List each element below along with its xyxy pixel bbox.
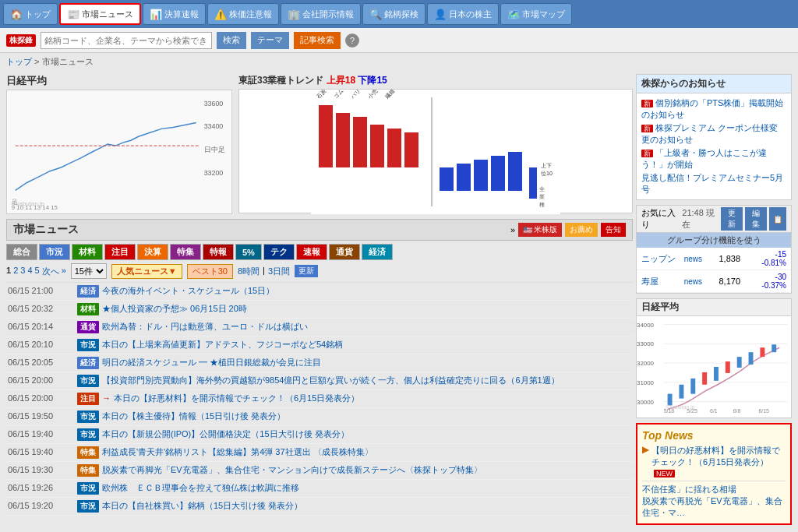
article-search-button[interactable]: 記事検索 <box>294 32 341 49</box>
count-select[interactable]: 15件 30件 50件 <box>71 263 107 279</box>
info-link-2[interactable]: 新株探プレミアム クーポン仕様変更のお知らせ <box>641 122 786 146</box>
news-item: 06/15 20:14 通貨 欧州為替：ドル・円は動意薄、ユーロ・ドルは横ばい <box>6 319 633 336</box>
nav-market-news[interactable]: 📰 市場ニュース <box>59 3 141 25</box>
page-5[interactable]: 5 <box>35 266 40 277</box>
us-market-btn[interactable]: 🇺🇸 米株版 <box>518 223 562 237</box>
news-link[interactable]: 本日の【新規公開(IPO)】公開価格決定（15日大引け後 発表分） <box>102 428 631 440</box>
trend-section: 東証33業種トレンド 上昇18 下降15 <box>238 74 633 214</box>
news-link[interactable]: 本日の【株主優待】情報（15日引け後 発表分） <box>102 410 631 422</box>
cat-all[interactable]: 総合 <box>6 244 37 260</box>
page-2[interactable]: 2 <box>13 266 18 277</box>
svg-rect-11 <box>336 113 350 167</box>
news-date: 06/15 20:32 <box>8 304 74 313</box>
nav-company-info[interactable]: 🏢 会社開示情報 <box>281 3 361 25</box>
svg-rect-10 <box>319 105 333 167</box>
cat-special[interactable]: 特集 <box>170 244 201 260</box>
svg-rect-51 <box>749 352 754 365</box>
svg-text:業: 業 <box>539 194 545 199</box>
popular-news-btn[interactable]: 人気ニュース▼ <box>111 264 182 279</box>
cat-5pct[interactable]: 5% <box>235 244 262 260</box>
news-date: 06/15 19:20 <box>8 501 74 510</box>
news-link[interactable]: 脱炭素で再脚光「EV充電器」、集合住宅・マンション向けで成長新ステージへ〈株探ト… <box>102 464 631 476</box>
svg-text:33400: 33400 <box>204 122 224 130</box>
page-next[interactable]: 次へ <box>42 266 59 277</box>
cat-settlement[interactable]: 決算 <box>137 244 168 260</box>
nav-top[interactable]: 🏠 トップ <box>3 3 58 25</box>
best30-btn[interactable]: ベスト30 <box>187 264 233 279</box>
news-link[interactable]: 利益成長'青天井'銘柄リスト【総集編】第4弾 37社選出 〈成長株特集〉 <box>102 446 631 458</box>
page-1[interactable]: 1 <box>6 266 11 277</box>
watchlist-news-1[interactable]: news <box>684 255 702 263</box>
info-link-4[interactable]: 見逃し配信！プレミアムセミナー5月号 <box>641 171 786 196</box>
news-icon: 📰 <box>67 9 79 20</box>
nav-market-map[interactable]: 🗺️ 市場マップ <box>500 3 572 25</box>
page-3[interactable]: 3 <box>20 266 25 277</box>
svg-rect-48 <box>714 367 719 381</box>
alert-news-btn[interactable]: 告知 <box>601 223 626 237</box>
time-filter: 8時間 | 3日間 <box>238 266 290 277</box>
news-tag: 市況 <box>77 482 99 495</box>
top-news-more-link-2[interactable]: 脱炭素で再脱光「EV充電器」、集合住宅・マ… <box>642 495 786 519</box>
time-3d[interactable]: 3日間 <box>268 266 290 277</box>
top-news-more-link-1[interactable]: 不信任案」に揺れる相場 <box>642 484 786 495</box>
watchlist-update-btn[interactable]: 更新 <box>721 207 743 231</box>
breadcrumb-top[interactable]: トップ <box>6 57 32 66</box>
news-link[interactable]: ★個人投資家の予想≫ 06月15日 20時 <box>102 303 631 315</box>
nav-stock-alert[interactable]: ⚠️ 株価注意報 <box>207 3 279 25</box>
news-item: 06/15 19:26 市況 欧州株 ＥＣＢ理事会を控えて独仏株は軟調に推移 <box>6 480 633 498</box>
cat-material[interactable]: 材料 <box>72 244 103 260</box>
help-button[interactable]: ? <box>345 33 359 48</box>
top-news-more: 不信任案」に揺れる相場 脱炭素で再脱光「EV充電器」、集合住宅・マ… <box>642 481 786 519</box>
news-link[interactable]: 本日の【上場来高値更新】アドテスト、フジコーポなど54銘柄 <box>102 339 631 351</box>
svg-rect-18 <box>474 160 488 191</box>
recommended-btn[interactable]: お薦め <box>565 223 598 237</box>
news-tag: 市況 <box>77 375 99 387</box>
nav-shareholders[interactable]: 👤 日本の株主 <box>427 3 499 25</box>
svg-text:30000: 30000 <box>637 399 655 406</box>
news-link[interactable]: 欧州為替：ドル・円は動意薄、ユーロ・ドルは横ばい <box>102 321 631 333</box>
watchlist-name-2[interactable]: 寿屋 <box>641 276 681 287</box>
news-date: 06/15 19:40 <box>8 429 74 439</box>
charts-section: 日経平均 33600 33400 日中足 33200 9 10 11 13 14… <box>6 74 633 214</box>
news-tag: 市況 <box>77 410 99 423</box>
news-tag: 市況 <box>77 339 99 351</box>
cat-attention[interactable]: 注目 <box>104 244 136 260</box>
news-link[interactable]: 本日の【自社株買い】銘柄（15日大引け後 発表分） <box>102 500 631 512</box>
nav-brand-search[interactable]: 🔍 銘柄探検 <box>362 3 425 25</box>
news-link[interactable]: 欧州株 ＥＣＢ理事会を控えて独仏株は軟調に推移 <box>102 482 631 494</box>
watchlist-news-2[interactable]: news <box>684 277 702 286</box>
page-more[interactable]: » <box>62 266 66 277</box>
news-item: 06/15 20:10 市況 本日の【上場来高値更新】アドテスト、フジコーポなど… <box>6 336 633 354</box>
cat-scoop[interactable]: 特報 <box>203 244 234 260</box>
alert-icon: ⚠️ <box>214 9 227 20</box>
svg-rect-47 <box>702 372 707 385</box>
watchlist-name-1[interactable]: ニップン <box>641 253 681 265</box>
top-news-main-link[interactable]: 【明日の好悪材料】を開示情報でチェック！（6月15日発表分） NEW <box>651 445 786 477</box>
theme-button[interactable]: テーマ <box>251 32 289 49</box>
search-input[interactable] <box>41 32 212 49</box>
news-link[interactable]: 本日の【好悪材料】を開示情報でチェック！（6月15日発表分） <box>114 393 631 404</box>
svg-rect-17 <box>457 164 471 191</box>
nav-settlement[interactable]: 📊 決算速報 <box>143 3 206 25</box>
cat-currency[interactable]: 通貨 <box>329 244 360 260</box>
cat-economy[interactable]: 経済 <box>362 244 393 260</box>
cat-tech[interactable]: テク <box>263 244 295 260</box>
mini-chart-title: 日経平均 <box>637 299 791 316</box>
watchlist-icon-btn[interactable]: 📋 <box>769 207 786 231</box>
cat-flash[interactable]: 速報 <box>296 244 327 260</box>
news-link[interactable]: 明日の経済スケジュール ━ ★植田日銀総裁が会見に注目 <box>102 357 631 368</box>
news-tag: 通貨 <box>77 321 99 333</box>
time-8h[interactable]: 8時間 <box>238 266 260 277</box>
trend-title: 東証33業種トレンド 上昇18 下降15 <box>238 74 633 87</box>
update-btn[interactable]: 更新 <box>295 265 318 277</box>
breadcrumb: トップ > 市場ニュース <box>0 53 798 71</box>
news-link[interactable]: 今夜の海外イベント・スケジュール（15日） <box>102 285 631 297</box>
cat-market[interactable]: 市況 <box>39 244 70 260</box>
search-button[interactable]: 検索 <box>217 32 246 49</box>
mini-chart-area: 34000 33000 32000 31000 30000 <box>637 316 791 417</box>
news-link[interactable]: 【投資部門別売買動向】海外勢の買越額が9854億円と巨額な買いが続く一方、個人は… <box>102 375 631 386</box>
page-4[interactable]: 4 <box>27 266 32 277</box>
info-link-3[interactable]: 新「上級者・勝つ人はここが違う！」が開始 <box>641 146 786 171</box>
info-link-1[interactable]: 新個別銘柄の「PTS株価」掲載開始のお知らせ <box>641 97 786 122</box>
watchlist-edit-btn[interactable]: 編集 <box>745 207 767 231</box>
